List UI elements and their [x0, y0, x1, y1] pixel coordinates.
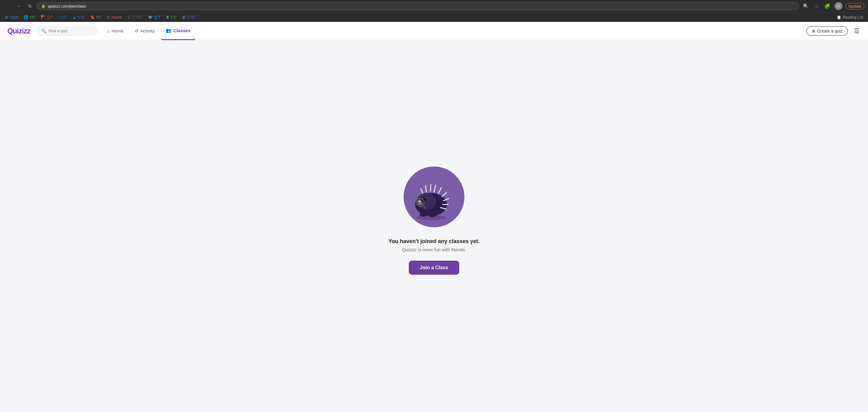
hedgehog-illustration — [407, 169, 461, 224]
svg-point-17 — [418, 200, 421, 203]
nav-activity-label: Activity — [141, 28, 155, 33]
create-quiz-plus-icon: ⊕ — [812, 29, 815, 33]
svg-line-7 — [430, 184, 431, 191]
svg-line-8 — [426, 185, 426, 192]
star-button[interactable]: ☆ — [813, 2, 820, 10]
create-quiz-label: Create a quiz — [817, 29, 842, 33]
reading-list-label: Reading List — [843, 15, 863, 20]
nav-home[interactable]: ⌂ Home — [102, 22, 129, 40]
bookmark-tc-label: T C — [171, 15, 177, 20]
qhc-icon: ◉ — [182, 15, 185, 20]
zoom-button[interactable]: 🔍 — [802, 2, 810, 10]
qt-icon: 🐦 — [148, 15, 153, 20]
tc-icon: ✚ — [166, 15, 169, 20]
hamburger-icon: ☰ — [854, 28, 860, 34]
browser-chrome: ← → ↻ 🔒 quizizz.com/join/class 🔍 ☆ 🧩 U U… — [0, 0, 868, 22]
qf-icon: 🚩 — [41, 15, 45, 20]
app-wrapper: Quizizz 🔍 ⌂ Home ↺ Activity 👥 Classes ⊕ — [0, 22, 868, 401]
hr-icon: 🌐 — [23, 15, 28, 20]
svg-line-1 — [434, 185, 436, 192]
lock-icon: 🔒 — [41, 4, 45, 8]
url-text: quizizz.com/join/class — [48, 4, 86, 8]
reading-list-icon: 📋 — [837, 15, 841, 20]
search-box[interactable]: 🔍 — [36, 26, 97, 36]
bookmark-qc[interactable]: ▪ QC — [56, 14, 70, 20]
create-quiz-button[interactable]: ⊕ Create a quiz — [806, 26, 848, 36]
activity-icon: ↺ — [135, 28, 138, 34]
bookmark-asana[interactable]: ◎ Asana — [104, 14, 124, 20]
update-button[interactable]: Update — [845, 3, 864, 9]
qwiki-icon: ◈ — [127, 15, 130, 20]
quizizz-logo[interactable]: Quizizz — [7, 27, 30, 35]
reading-list-button[interactable]: 📋 Reading List — [834, 14, 866, 20]
bookmark-qt-label: Q T — [154, 15, 160, 20]
bookmarks-bar: ⊞ Apps 🌐 HR 🚩 Q F ▪ QC ▲ G D 🔖 HT ◎ Asan… — [0, 12, 868, 22]
empty-state-subtitle: Quizizz is more fun with friends. — [389, 247, 479, 252]
bookmark-qwiki[interactable]: ◈ Q Wiki — [125, 14, 145, 20]
nav-right-items: ⊕ Create a quiz ☰ — [806, 26, 861, 36]
svg-line-2 — [438, 187, 442, 194]
browser-nav-right: 🔍 ☆ 🧩 U Update — [802, 2, 864, 10]
classes-icon: 👥 — [166, 28, 172, 33]
svg-point-20 — [416, 215, 446, 220]
home-icon: ⌂ — [107, 28, 110, 33]
logo-text: Quizizz — [7, 27, 30, 35]
bookmark-qf-label: Q F — [47, 15, 53, 20]
nav-home-label: Home — [112, 28, 124, 33]
forward-button[interactable]: → — [14, 2, 23, 10]
back-button[interactable]: ← — [4, 2, 12, 10]
address-bar[interactable]: 🔒 quizizz.com/join/class — [36, 2, 799, 10]
bookmark-hr[interactable]: 🌐 HR — [21, 14, 37, 20]
main-content: You haven't joined any classes yet. Quiz… — [0, 40, 868, 401]
apps-icon: ⊞ — [5, 15, 8, 20]
user-avatar[interactable]: U — [835, 2, 842, 10]
bookmark-asana-label: Asana — [112, 15, 122, 20]
bookmark-gd-label: G D — [78, 15, 84, 20]
asana-icon: ◎ — [107, 15, 110, 20]
gd-icon: ▲ — [72, 15, 76, 20]
search-icon: 🔍 — [41, 29, 46, 33]
qc-icon: ▪ — [59, 15, 60, 20]
svg-line-3 — [442, 192, 447, 197]
bookmark-qf[interactable]: 🚩 Q F — [38, 14, 56, 20]
bookmark-qc-label: QC — [61, 15, 67, 20]
ht-icon: 🔖 — [90, 15, 95, 20]
empty-state-text: You haven't joined any classes yet. Quiz… — [389, 238, 479, 252]
bookmark-apps[interactable]: ⊞ Apps — [2, 14, 20, 20]
bookmark-tc[interactable]: ✚ T C — [163, 14, 179, 20]
mascot-container — [404, 166, 464, 227]
nav-activity[interactable]: ↺ Activity — [130, 22, 160, 40]
bookmark-hr-label: HR — [30, 15, 35, 20]
bookmark-qt[interactable]: 🐦 Q T — [146, 14, 163, 20]
bookmark-ht[interactable]: 🔖 HT — [88, 14, 104, 20]
hamburger-button[interactable]: ☰ — [853, 26, 861, 36]
bookmark-apps-label: Apps — [10, 15, 18, 20]
nav-classes[interactable]: 👥 Classes — [161, 22, 195, 40]
search-input[interactable] — [49, 29, 93, 33]
bookmark-qhc-label: Q HC — [187, 15, 196, 20]
extensions-button[interactable]: 🧩 — [823, 2, 832, 10]
nav-classes-label: Classes — [173, 28, 191, 33]
join-class-button[interactable]: Join a Class — [409, 261, 459, 275]
bookmark-qhc[interactable]: ◉ Q HC — [180, 14, 198, 20]
reload-button[interactable]: ↻ — [26, 2, 34, 10]
bookmark-qwiki-label: Q Wiki — [132, 15, 143, 20]
bookmark-ht-label: HT — [96, 15, 101, 20]
browser-navbar: ← → ↻ 🔒 quizizz.com/join/class 🔍 ☆ 🧩 U U… — [0, 0, 868, 12]
top-nav: Quizizz 🔍 ⌂ Home ↺ Activity 👥 Classes ⊕ — [0, 22, 868, 40]
empty-state-title: You haven't joined any classes yet. — [389, 238, 479, 245]
bookmark-gd[interactable]: ▲ G D — [70, 14, 87, 20]
nav-links: ⌂ Home ↺ Activity 👥 Classes — [102, 22, 195, 40]
